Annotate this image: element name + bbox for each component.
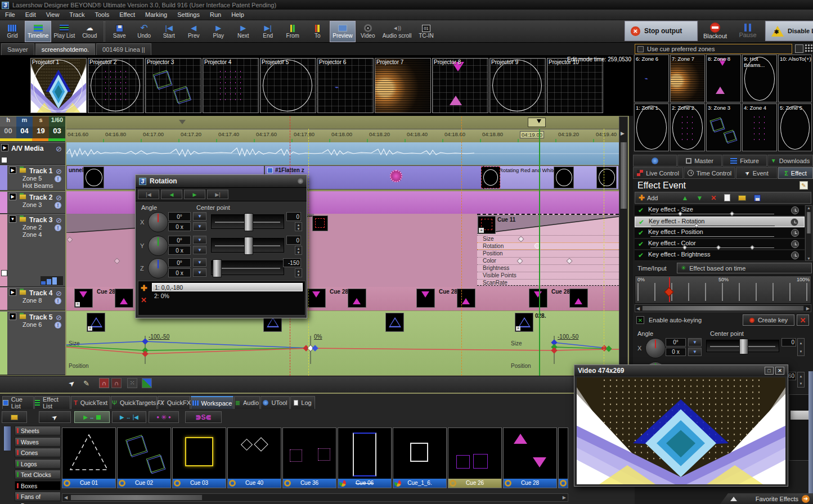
- zone-cell-9[interactable]: 9: Hot Beams...: [742, 55, 777, 102]
- keyframe-ruler[interactable]: 0% 50% 100%: [635, 276, 811, 304]
- cue-cell-06[interactable]: Cue 06: [338, 428, 392, 488]
- y-spinner[interactable]: ▲▼: [295, 246, 302, 255]
- x-center-slider[interactable]: [706, 340, 779, 352]
- x-spinner[interactable]: ▲▼: [295, 222, 302, 231]
- start-button[interactable]: |◀Start: [156, 21, 181, 42]
- track5-header[interactable]: ▼ Track 5 Zone 6 ⊘ !: [0, 311, 65, 375]
- zone-cell-10[interactable]: 10: AlsoTo(+): [778, 55, 812, 102]
- x-dropdown[interactable]: ▼: [688, 338, 702, 346]
- menu-edit[interactable]: Edit: [20, 10, 41, 20]
- cue-thumbnail[interactable]: [348, 289, 366, 308]
- x-center-value[interactable]: 0: [781, 338, 796, 346]
- prev-button[interactable]: ◀Prev: [181, 21, 206, 42]
- menu-run[interactable]: Run: [205, 10, 226, 20]
- cue-thumbnail[interactable]: +: [74, 289, 93, 308]
- cue-thumbnail[interactable]: +: [87, 313, 105, 332]
- y-slider-handle[interactable]: [244, 237, 253, 255]
- projector-7-preview[interactable]: Projector 7: [375, 58, 431, 113]
- z-spinner[interactable]: ▲▼: [295, 268, 302, 277]
- video-window[interactable]: Video 474x269 □ ✕: [574, 364, 788, 487]
- effect-row-position[interactable]: ✔ Key effect - Position: [635, 228, 805, 238]
- pause-button[interactable]: Pause: [731, 21, 764, 41]
- create-key-button[interactable]: Create key: [743, 314, 794, 326]
- effect-row-size[interactable]: ✔ Key effect - Size: [635, 205, 805, 216]
- zone-cell-3[interactable]: 3: Zone 3: [706, 104, 741, 151]
- tab-workspace[interactable]: Workspace: [191, 396, 233, 409]
- edit-note-icon[interactable]: ✎: [799, 181, 808, 190]
- x-center-slider[interactable]: [211, 214, 284, 229]
- cloud-button[interactable]: ☁Cloud: [77, 21, 102, 42]
- y-spinner[interactable]: ▲▼: [797, 372, 805, 388]
- projector-2-preview[interactable]: Projector 2: [88, 58, 144, 113]
- arrow-right-icon[interactable]: ➜: [802, 495, 810, 503]
- preview-button[interactable]: Preview: [330, 21, 356, 42]
- track2-header[interactable]: ▶ Track 2 Zone 3 ⊘ !: [0, 191, 65, 214]
- use-cue-zones-row[interactable]: Use cue preferred zones: [635, 44, 792, 54]
- maximize-icon[interactable]: □: [765, 367, 774, 375]
- projector-5-preview[interactable]: Projector 5: [260, 58, 316, 113]
- cue-thumbnail[interactable]: [385, 313, 404, 332]
- from-button[interactable]: From: [280, 21, 305, 42]
- clock-icon[interactable]: [791, 240, 799, 248]
- tab-log[interactable]: Log: [290, 396, 315, 409]
- close-icon[interactable]: ✕: [775, 367, 784, 375]
- cue-thumbnail[interactable]: [554, 166, 574, 188]
- category-logos[interactable]: Logos: [15, 459, 61, 469]
- cue-hscrollbar[interactable]: ◀ ▶: [62, 493, 568, 502]
- timeline-marker[interactable]: [179, 120, 186, 124]
- x-mult-value[interactable]: 0 x: [666, 348, 686, 356]
- track3-header[interactable]: ▼ Track 3 Zone 2 Zone 4 ⊘ !: [0, 214, 65, 287]
- grid-view-icon[interactable]: [805, 44, 813, 53]
- key-row-rotation[interactable]: Rotation: [477, 242, 619, 250]
- playlist-button[interactable]: Play List: [51, 21, 77, 42]
- category-sheets[interactable]: Sheets: [15, 426, 61, 435]
- y-center-value[interactable]: 0: [286, 236, 301, 245]
- zone-cell-5[interactable]: 5: Zone 5: [778, 104, 812, 151]
- cue-thumbnail[interactable]: +: [515, 313, 533, 332]
- brush-icon[interactable]: ✎: [83, 379, 89, 388]
- key-row-size[interactable]: Size: [477, 235, 619, 242]
- next-button[interactable]: ▶Next: [231, 21, 255, 42]
- copy-view-icon[interactable]: [795, 44, 803, 53]
- cue-cell-02[interactable]: Cue 02: [117, 428, 171, 488]
- rotation-key-list[interactable]: ✚ ✕ 1: 0,0,-180 2: 0%: [138, 281, 306, 316]
- projector-9-preview[interactable]: Projector 9: [489, 58, 546, 113]
- track-expand-icon[interactable]: ▶: [1, 144, 8, 151]
- menu-effect[interactable]: Effect: [114, 10, 140, 20]
- cue-thumbnail[interactable]: [307, 289, 326, 308]
- x-mult-value[interactable]: 0 x: [168, 222, 191, 231]
- tab-fixture[interactable]: Fixture: [722, 155, 767, 166]
- tab-utool[interactable]: UTool: [260, 396, 290, 409]
- tab-live-control[interactable]: Live Control: [633, 167, 683, 179]
- s-effect-button[interactable]: ⋑S⋐: [185, 411, 222, 423]
- key-row-visible-points[interactable]: Visible Points: [477, 272, 619, 279]
- zone-cell-2[interactable]: 2: Zone 2: [670, 104, 705, 151]
- nav-last-button[interactable]: ▶|: [207, 190, 228, 199]
- mute-icon[interactable]: ⊘: [56, 289, 62, 298]
- cue-thumbnail[interactable]: [457, 289, 475, 308]
- autokey-checkbox[interactable]: ✕: [636, 316, 644, 324]
- play-stop-mode-button[interactable]: ▶↔: [74, 411, 110, 423]
- z-center-slider[interactable]: [211, 260, 284, 275]
- tab-quicktargets[interactable]: ΨQuickTargets: [111, 396, 157, 409]
- key-list-item[interactable]: 2: 0%: [152, 292, 303, 300]
- menu-marking[interactable]: Marking: [140, 10, 172, 20]
- zone-cell-6[interactable]: 6: Zone 6⌁: [634, 55, 669, 102]
- cue-cell-26[interactable]: Cue 26: [448, 428, 502, 488]
- audio-scroll-button[interactable]: ◄))Audio scroll: [380, 21, 414, 42]
- gear-effect-icon[interactable]: [390, 170, 402, 182]
- cursor-tool-button[interactable]: ➤: [39, 411, 71, 423]
- x-angle-knob[interactable]: [645, 338, 666, 358]
- projector-10-preview[interactable]: Projector 10: [547, 58, 603, 113]
- key-row-brightness[interactable]: Brightness: [477, 264, 619, 272]
- dialog-close-icon[interactable]: [298, 178, 303, 184]
- scrollbar-thumb[interactable]: [620, 142, 627, 209]
- stop-output-button[interactable]: ✕Stop output: [625, 21, 698, 41]
- undo-button[interactable]: ↶Undo: [132, 21, 156, 42]
- video-window-titlebar[interactable]: Video 474x269 □ ✕: [574, 365, 788, 376]
- magnet-icon[interactable]: ∩: [99, 378, 109, 388]
- tab-effect-list[interactable]: Effect List: [34, 396, 70, 409]
- x-dropdown[interactable]: ▼: [193, 212, 206, 220]
- key-row-scanrate[interactable]: ScanRate: [477, 279, 619, 286]
- projector-1-preview[interactable]: Projector 1: [30, 58, 87, 113]
